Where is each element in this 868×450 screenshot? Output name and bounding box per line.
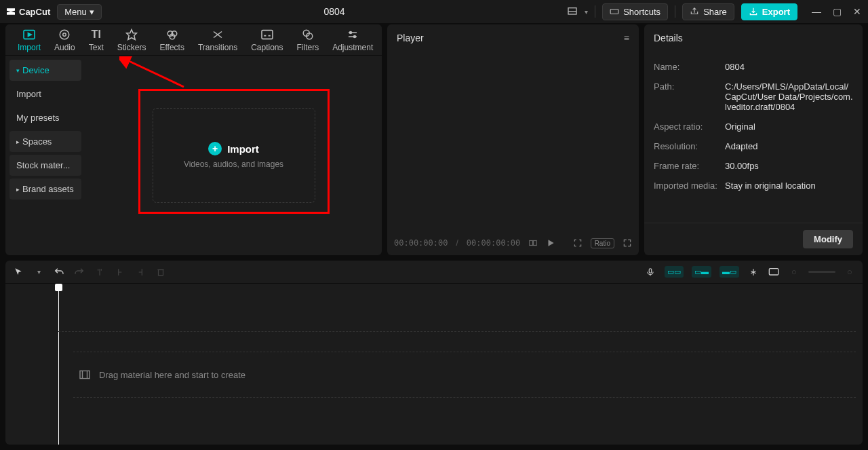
pointer-icon[interactable]: [12, 266, 24, 278]
export-label: Export: [762, 7, 790, 17]
track-toggle-1[interactable]: ▭▭: [665, 266, 684, 278]
modify-button[interactable]: Modify: [803, 230, 853, 248]
tab-label: Transitions: [198, 43, 237, 52]
tab-text[interactable]: TI Text: [82, 25, 111, 55]
film-icon: [79, 370, 91, 379]
sidebar-item-stock[interactable]: Stock mater...: [9, 155, 81, 176]
detail-key: Name:: [654, 62, 725, 72]
menu-button[interactable]: Menu ▾: [57, 4, 102, 20]
detail-value: 30.00fps: [725, 161, 853, 171]
stickers-icon: [125, 28, 138, 41]
ratio-button[interactable]: Ratio: [591, 238, 614, 248]
layout-icon[interactable]: [567, 6, 578, 17]
tab-import[interactable]: Import: [11, 25, 47, 55]
timeline-tracks[interactable]: Drag material here and start to create: [5, 284, 863, 445]
sidebar-item-brand[interactable]: ▸Brand assets: [9, 179, 81, 200]
text-icon: TI: [90, 28, 103, 41]
tab-label: Filters: [297, 43, 319, 52]
play-icon[interactable]: [546, 238, 555, 248]
tab-adjustment[interactable]: Adjustment: [326, 25, 380, 55]
maximize-icon[interactable]: ▢: [831, 6, 842, 17]
tab-filters[interactable]: Filters: [290, 25, 326, 55]
tab-captions[interactable]: Captions: [244, 25, 290, 55]
align-icon[interactable]: [747, 266, 760, 278]
export-icon: [749, 7, 758, 16]
compare-icon[interactable]: [528, 238, 538, 248]
detail-value: Original: [725, 121, 853, 132]
zoom-in-icon[interactable]: ○: [844, 266, 856, 278]
trim-left-icon[interactable]: [114, 266, 126, 278]
media-content: + Import Videos, audios, and images: [85, 56, 382, 255]
sidebar-item-presets[interactable]: My presets: [9, 107, 81, 128]
svg-rect-11: [262, 30, 273, 39]
track-toggle-3[interactable]: ▬▭: [719, 266, 739, 278]
media-tab-strip: Import Audio TI Text Stickers Effects Tr…: [5, 24, 382, 56]
minimize-icon[interactable]: —: [811, 6, 822, 17]
app-logo: CapCut: [5, 6, 50, 17]
hamburger-icon[interactable]: ≡: [624, 33, 629, 43]
share-button[interactable]: Share: [682, 3, 734, 20]
sidebar-item-import[interactable]: Import: [9, 83, 81, 105]
preview-icon[interactable]: [768, 266, 780, 278]
detail-value: Adapted: [725, 141, 853, 151]
export-button[interactable]: Export: [741, 3, 797, 20]
chevron-down-icon[interactable]: ▾: [33, 266, 45, 278]
player-preview[interactable]: [387, 52, 639, 231]
delete-icon[interactable]: [155, 266, 167, 278]
sidebar-item-spaces[interactable]: ▸Spaces: [9, 131, 81, 152]
annotation-arrow: [119, 56, 187, 90]
media-sidebar: ▾Device Import My presets ▸Spaces Stock …: [5, 56, 85, 255]
detail-key: Path:: [654, 81, 725, 112]
adjustment-icon: [346, 28, 359, 41]
split-icon[interactable]: [94, 266, 106, 278]
undo-icon[interactable]: [53, 266, 65, 278]
track-toggle-2[interactable]: ▭▬: [692, 266, 711, 278]
import-icon: [22, 28, 36, 41]
detail-key: Frame rate:: [654, 161, 725, 171]
detail-value: 0804: [725, 62, 853, 72]
trim-right-icon[interactable]: [134, 266, 146, 278]
sidebar-item-label: Import: [16, 89, 41, 99]
share-icon: [690, 7, 699, 16]
titlebar-right: ▾ Shortcuts Share Export — ▢ ✕: [567, 3, 863, 20]
app-name: CapCut: [19, 7, 50, 17]
import-dropzone[interactable]: + Import Videos, audios, and images: [153, 108, 315, 203]
sidebar-item-label: Device: [22, 65, 50, 75]
transitions-icon: [211, 28, 224, 41]
svg-rect-2: [610, 10, 618, 14]
redo-icon[interactable]: [73, 266, 85, 278]
tab-effects[interactable]: Effects: [153, 25, 191, 55]
sidebar-item-label: Brand assets: [22, 184, 74, 194]
audio-icon: [58, 28, 71, 41]
close-icon[interactable]: ✕: [852, 6, 863, 17]
tab-label: Import: [18, 43, 41, 52]
svg-point-6: [63, 33, 66, 36]
svg-rect-22: [530, 241, 533, 246]
detail-value: Stay in original location: [725, 181, 853, 191]
chevron-down-icon[interactable]: ▾: [585, 8, 588, 16]
mic-icon[interactable]: [644, 266, 656, 278]
detail-key: Resolution:: [654, 141, 725, 151]
scan-icon[interactable]: [573, 238, 583, 248]
timeline-panel: ▾ ▭▭ ▭▬ ▬▭ ○ ○ Drag material here and st…: [5, 261, 863, 445]
shortcuts-button[interactable]: Shortcuts: [602, 3, 668, 20]
playhead[interactable]: [58, 284, 59, 445]
tab-transitions[interactable]: Transitions: [191, 25, 244, 55]
import-subtitle: Videos, audios, and images: [184, 160, 283, 169]
fullscreen-icon[interactable]: [623, 238, 632, 248]
tab-stickers[interactable]: Stickers: [111, 25, 153, 55]
time-current: 00:00:00:00: [394, 238, 448, 248]
svg-marker-7: [127, 29, 137, 39]
zoom-slider[interactable]: [808, 271, 835, 273]
project-title: 0804: [108, 6, 560, 17]
svg-rect-30: [649, 268, 652, 272]
shortcuts-label: Shortcuts: [623, 7, 660, 17]
time-total: 00:00:00:00: [467, 238, 520, 248]
svg-rect-28: [159, 269, 163, 275]
tab-audio[interactable]: Audio: [47, 25, 82, 55]
player-panel: Player ≡ 00:00:00:00 / 00:00:00:00 Ratio: [387, 24, 639, 255]
zoom-out-icon[interactable]: ○: [788, 266, 800, 278]
sidebar-item-device[interactable]: ▾Device: [9, 60, 81, 81]
sidebar-item-label: Spaces: [22, 136, 52, 147]
tab-label: Text: [89, 43, 104, 52]
